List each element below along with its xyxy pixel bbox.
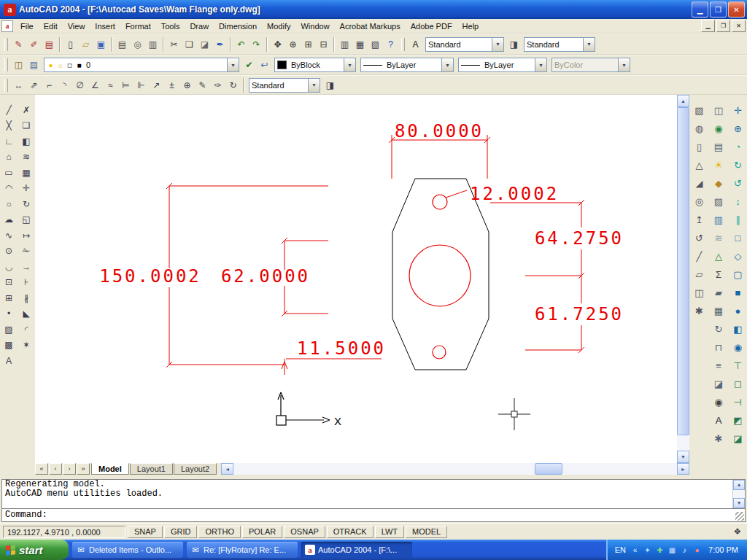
scroll-up-icon[interactable]: ▲ — [677, 95, 689, 107]
chamfer-icon[interactable]: ◣ — [19, 306, 34, 322]
rotate-icon[interactable]: ↻ — [19, 196, 34, 212]
solids-setup-icon[interactable]: ✱ — [692, 303, 708, 319]
resize-grip-icon[interactable] — [735, 512, 744, 521]
paste-icon[interactable]: ◪ — [197, 36, 212, 52]
hide-tray-chevron-icon[interactable]: « — [630, 546, 640, 554]
mdi-close-button[interactable]: ✕ — [732, 20, 746, 32]
toolbar-grip[interactable] — [4, 58, 8, 71]
layer-thaw-sun-icon[interactable]: ☼ — [55, 61, 65, 69]
scenes-icon[interactable]: ▤ — [711, 139, 727, 155]
dropdown-arrow-icon[interactable] — [535, 58, 546, 71]
messenger-icon[interactable]: ✦ — [643, 546, 652, 554]
scroll-right-icon[interactable]: ► — [677, 463, 689, 475]
diameter-dimension-icon[interactable]: ∅ — [72, 77, 88, 93]
color-combo[interactable]: ByBlock — [274, 58, 356, 72]
taskbar-item-autocad[interactable]: a AutoCAD 2004 - [F:\... — [301, 542, 412, 558]
materials-icon[interactable]: ◆ — [711, 175, 727, 191]
canvas-horizontal-scrollbar[interactable]: ◄ ► — [221, 463, 689, 475]
clock[interactable]: 7:00 PM — [708, 545, 738, 554]
dim-style-icon[interactable]: ◨ — [506, 36, 522, 52]
hatch-icon[interactable]: ▨ — [1, 322, 17, 338]
lwt-toggle[interactable]: LWT — [375, 526, 404, 538]
alert-icon[interactable]: ● — [692, 546, 702, 554]
layer-properties-manager-icon[interactable]: ◫ — [11, 58, 26, 73]
erase-icon[interactable]: ✗ — [19, 102, 34, 118]
solids-sphere-icon[interactable]: ◍ — [692, 120, 708, 136]
horizontal-scroll-track[interactable] — [233, 463, 677, 475]
make-block-icon[interactable]: ⊞ — [1, 290, 17, 306]
help-icon[interactable]: ? — [383, 36, 398, 52]
lights-icon[interactable]: ☀ — [711, 157, 727, 173]
trim-icon[interactable]: ✁ — [19, 244, 34, 260]
multiline-text-icon[interactable]: A — [1, 353, 17, 369]
publish-icon[interactable]: ▥ — [145, 36, 160, 52]
tolerance-icon[interactable]: ± — [164, 77, 179, 93]
top-view-icon[interactable]: ⊤ — [730, 357, 746, 373]
plot-icon[interactable]: ▤ — [115, 36, 130, 52]
3d-mesh-icon[interactable]: ▦ — [711, 303, 727, 319]
menu-acrobat-markups[interactable]: Acrobat Markups — [335, 20, 406, 32]
text-style-icon[interactable]: A — [408, 36, 423, 52]
menu-file[interactable]: File — [15, 20, 39, 32]
next-tab-icon[interactable]: › — [63, 463, 76, 475]
menu-format[interactable]: Format — [120, 20, 156, 32]
3d-pan-icon[interactable]: ✛ — [730, 102, 746, 118]
dimension-update-icon[interactable]: ↻ — [225, 77, 241, 93]
render-icon[interactable]: ◉ — [711, 120, 727, 136]
undo-icon[interactable]: ↶ — [233, 36, 249, 52]
command-scroll-track[interactable] — [733, 490, 745, 498]
network-icon[interactable]: ▦ — [667, 546, 677, 554]
clipping-planes-icon[interactable]: ∥ — [730, 211, 746, 228]
hide-icon[interactable]: ◫ — [711, 102, 727, 118]
otrack-toggle[interactable]: OTRACK — [327, 526, 374, 538]
layer-lock-icon[interactable]: ◘ — [65, 61, 74, 69]
arc-icon[interactable]: ◠ — [1, 181, 17, 197]
interfere-icon[interactable]: ◫ — [692, 284, 708, 300]
solids-cone-icon[interactable]: △ — [692, 157, 708, 173]
menu-help[interactable]: Help — [457, 20, 484, 32]
save-icon[interactable]: ▣ — [93, 36, 109, 52]
point-icon[interactable]: • — [1, 306, 17, 322]
ordinate-dimension-icon[interactable]: ⌐ — [42, 77, 57, 93]
dropdown-arrow-icon[interactable] — [492, 38, 503, 51]
gouraud-shaded-edges-icon[interactable]: ◉ — [730, 339, 746, 355]
volume-icon[interactable]: ♪ — [680, 546, 689, 554]
solids-box-icon[interactable]: ▧ — [692, 102, 708, 118]
pan-icon[interactable]: ✥ — [270, 36, 285, 52]
section-icon[interactable]: ▱ — [692, 266, 708, 282]
insert-block-icon[interactable]: ⊡ — [1, 275, 17, 291]
front-view-icon[interactable]: ◻ — [730, 376, 746, 392]
tab-layout2[interactable]: Layout2 — [174, 463, 217, 475]
region-icon[interactable]: ▩ — [1, 338, 17, 354]
break-icon[interactable]: ∦ — [19, 290, 34, 306]
hidden-shade-icon[interactable]: ▢ — [730, 266, 746, 282]
ellipse-icon[interactable]: ⊙ — [1, 244, 17, 260]
ellipse-arc-icon[interactable]: ◡ — [1, 259, 17, 275]
radius-dimension-icon[interactable]: ◝ — [57, 77, 72, 93]
se-isometric-view-icon[interactable]: ◪ — [730, 430, 746, 446]
sheet-markup-icon[interactable]: ✐ — [26, 36, 42, 52]
edge-surface-icon[interactable]: ◪ — [711, 376, 727, 392]
copy-object-icon[interactable]: ❏ — [19, 118, 34, 134]
dimension-style-combo[interactable]: Standard — [249, 78, 320, 93]
3d-swivel-icon[interactable]: ↺ — [730, 175, 746, 191]
osnap-toggle[interactable]: OSNAP — [284, 526, 325, 538]
canvas-vertical-scrollbar[interactable]: ▲ ▼ — [677, 95, 689, 463]
match-properties-icon[interactable]: ✒ — [212, 36, 228, 52]
menu-tools[interactable]: Tools — [156, 20, 185, 32]
solids-torus-icon[interactable]: ◎ — [692, 193, 708, 209]
command-history[interactable]: Regenerating model. AutoCAD menu utiliti… — [2, 480, 745, 508]
background-icon[interactable]: ▥ — [711, 211, 727, 228]
communication-center-icon[interactable]: ❖ — [731, 526, 744, 538]
vertical-scroll-track[interactable] — [677, 107, 689, 451]
dropdown-arrow-icon[interactable] — [344, 58, 355, 71]
toolbar-grip[interactable] — [4, 38, 8, 51]
menu-draw[interactable]: Draw — [185, 20, 214, 32]
layer-combo[interactable]: ●☼◘■ 0 — [44, 58, 239, 72]
markup-review-icon[interactable]: ▤ — [42, 36, 57, 52]
3d-face-icon[interactable]: ▰ — [711, 284, 727, 300]
render-text-icon[interactable]: A — [711, 412, 727, 428]
mapping-icon[interactable]: ▨ — [711, 193, 727, 209]
offset-icon[interactable]: ≋ — [19, 149, 34, 166]
model-toggle[interactable]: MODEL — [406, 526, 447, 538]
